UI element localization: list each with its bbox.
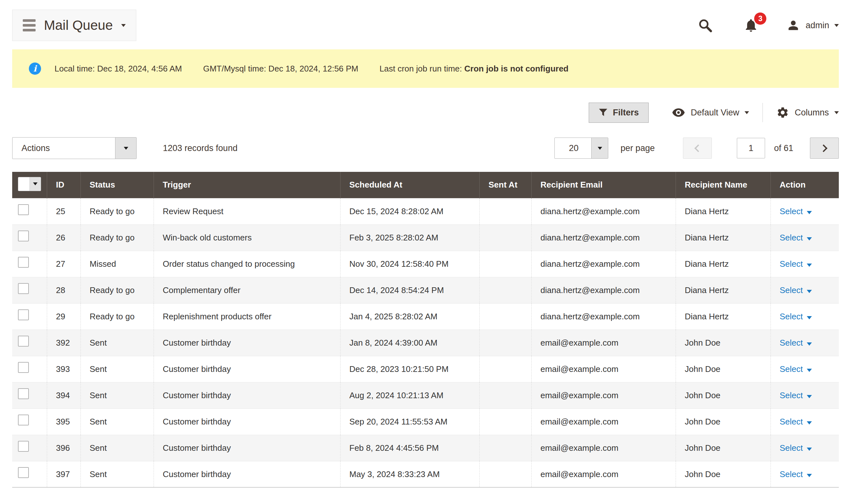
select-all-dropdown[interactable]: [30, 177, 41, 191]
grid-toolbar: Filters Default View Columns: [12, 102, 839, 123]
columns-control[interactable]: Columns: [776, 106, 839, 119]
cell-scheduled-at: Dec 28, 2023 10:21:50 PM: [340, 356, 479, 382]
cron-notice-bar: i Local time: Dec 18, 2024, 4:56 AM GMT/…: [12, 49, 839, 88]
row-checkbox[interactable]: [18, 362, 29, 373]
row-checkbox-cell: [12, 461, 47, 487]
row-checkbox[interactable]: [18, 204, 29, 215]
notifications-bell-icon[interactable]: 3: [743, 18, 759, 33]
view-label: Default View: [691, 108, 739, 118]
select-action-link[interactable]: Select: [780, 391, 803, 400]
cell-trigger: Replenishment products offer: [153, 303, 340, 329]
row-checkbox[interactable]: [18, 388, 29, 399]
cell-status: Ready to go: [80, 277, 153, 303]
row-checkbox-cell: [12, 382, 47, 409]
chevron-down-icon: [834, 111, 839, 114]
row-checkbox[interactable]: [18, 257, 29, 268]
search-icon[interactable]: [698, 18, 712, 33]
select-all-control[interactable]: [18, 177, 41, 191]
select-action-link[interactable]: Select: [780, 285, 803, 295]
total-pages-label: of 61: [774, 143, 793, 153]
cell-recipient-name: John Doe: [676, 382, 771, 409]
cell-id: 29: [47, 303, 80, 329]
row-checkbox[interactable]: [18, 415, 29, 426]
cell-action: Select: [771, 277, 839, 303]
select-action-link[interactable]: Select: [780, 259, 803, 269]
row-checkbox[interactable]: [18, 309, 29, 320]
row-checkbox[interactable]: [18, 283, 29, 294]
cell-sent-at: [479, 277, 531, 303]
view-switcher[interactable]: Default View: [672, 106, 749, 119]
topbar: Mail Queue 3 admin: [12, 10, 839, 41]
cell-recipient-name: Diana Hertz: [676, 198, 771, 224]
cell-scheduled-at: May 3, 2024 8:33:23 AM: [340, 461, 479, 487]
select-all-checkbox[interactable]: [18, 177, 30, 191]
table-row: 27MissedOrder status changed to processi…: [12, 251, 839, 277]
per-page-select[interactable]: 20: [555, 138, 608, 159]
next-page-button[interactable]: [810, 138, 839, 159]
row-checkbox[interactable]: [18, 467, 29, 478]
cell-id: 392: [47, 329, 80, 356]
table-header-row: IDStatusTriggerScheduled AtSent AtRecipi…: [12, 172, 839, 198]
page-title: Mail Queue: [44, 18, 113, 33]
user-menu[interactable]: admin: [786, 18, 839, 32]
column-header-recipient-name[interactable]: Recipient Name: [676, 172, 771, 198]
table-row: 28Ready to goComplementary offerDec 14, …: [12, 277, 839, 303]
page-input[interactable]: [737, 138, 765, 158]
select-action-link[interactable]: Select: [780, 469, 803, 479]
column-header-scheduled-at[interactable]: Scheduled At: [340, 172, 479, 198]
per-page-label: per page: [620, 143, 655, 153]
cell-sent-at: [479, 198, 531, 224]
chevron-down-icon: [121, 24, 126, 27]
per-page-dropdown[interactable]: [591, 138, 608, 158]
chevron-down-icon: [807, 316, 812, 319]
records-count: 1203 records found: [163, 143, 238, 153]
cell-status: Sent: [80, 382, 153, 409]
hamburger-menu-icon[interactable]: [23, 19, 36, 32]
actions-select-dropdown[interactable]: [115, 138, 136, 159]
chevron-down-icon: [807, 474, 812, 477]
select-action-link[interactable]: Select: [780, 417, 803, 427]
column-header-sent-at[interactable]: Sent At: [479, 172, 531, 198]
column-header-trigger[interactable]: Trigger: [153, 172, 340, 198]
cell-sent-at: [479, 329, 531, 356]
select-action-link[interactable]: Select: [780, 443, 803, 453]
topbar-icons: 3 admin: [698, 18, 839, 33]
table-row: 395SentCustomer birthdaySep 20, 2024 11:…: [12, 409, 839, 435]
row-checkbox-cell: [12, 251, 47, 277]
actions-select[interactable]: Actions: [12, 137, 137, 159]
cell-status: Ready to go: [80, 198, 153, 224]
column-header-action: Action: [771, 172, 839, 198]
row-checkbox[interactable]: [18, 231, 29, 241]
select-action-link[interactable]: Select: [780, 206, 803, 216]
cron-status-value: Cron job is not configured: [464, 64, 568, 73]
cell-scheduled-at: Dec 14, 2024 8:54:24 PM: [340, 277, 479, 303]
cell-scheduled-at: Nov 30, 2024 12:58:40 PM: [340, 251, 479, 277]
previous-page-button[interactable]: [683, 138, 712, 159]
page-title-menu[interactable]: Mail Queue: [12, 10, 136, 41]
column-header-status[interactable]: Status: [80, 172, 153, 198]
local-time-text: Local time: Dec 18, 2024, 4:56 AM: [55, 64, 182, 74]
chevron-down-icon: [807, 369, 812, 372]
select-action-link[interactable]: Select: [780, 338, 803, 347]
column-header-recipient-email[interactable]: Recipient Email: [531, 172, 676, 198]
select-action-link[interactable]: Select: [780, 312, 803, 321]
table-body: 25Ready to goReview RequestDec 15, 2024 …: [12, 198, 839, 487]
cell-id: 395: [47, 409, 80, 435]
table-row: 26Ready to goWin-back old customersFeb 3…: [12, 224, 839, 251]
table-row: 396SentCustomer birthdayFeb 8, 2024 4:45…: [12, 435, 839, 461]
gmt-time-text: GMT/Mysql time: Dec 18, 2024, 12:56 PM: [203, 64, 358, 74]
cell-sent-at: [479, 382, 531, 409]
select-action-link[interactable]: Select: [780, 364, 803, 374]
table-row: 397SentCustomer birthdayMay 3, 2024 8:33…: [12, 461, 839, 487]
select-action-link[interactable]: Select: [780, 233, 803, 242]
row-checkbox[interactable]: [18, 441, 29, 452]
cell-status: Sent: [80, 329, 153, 356]
column-header-id[interactable]: ID: [47, 172, 80, 198]
cell-sent-at: [479, 251, 531, 277]
row-checkbox[interactable]: [18, 336, 29, 346]
filters-button[interactable]: Filters: [589, 103, 649, 123]
grid-controls: Actions 1203 records found 20 per page o…: [12, 137, 839, 159]
cell-id: 26: [47, 224, 80, 251]
chevron-down-icon: [834, 24, 839, 27]
table-row: 392SentCustomer birthdayJan 8, 2024 4:39…: [12, 329, 839, 356]
